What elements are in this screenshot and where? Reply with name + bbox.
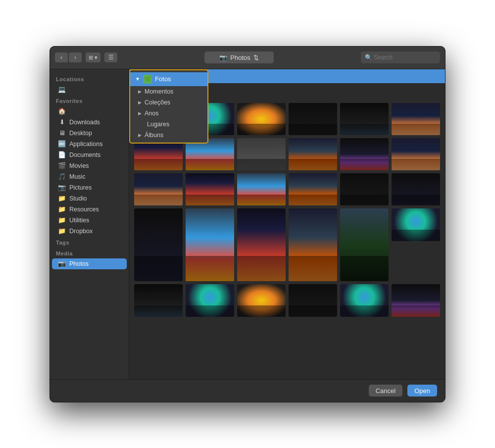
fotos-albuns-item[interactable]: ▶ Álbuns [130, 130, 207, 141]
sidebar-item-downloads[interactable]: ⬇ Downloads [52, 117, 127, 128]
movies-label: Movies [69, 162, 89, 169]
photo-thumb[interactable] [392, 284, 440, 316]
applications-icon: 🔤 [58, 140, 66, 148]
sidebar-item-documents[interactable]: 📄 Documents [52, 149, 127, 160]
fotos-header-item[interactable]: ▼ 🌿 Fotos [130, 72, 207, 86]
view-grid-button[interactable]: ⊞ ▾ [86, 52, 100, 62]
location-label: Photos [230, 54, 250, 61]
sidebar-item-home[interactable]: 🏠 [52, 106, 127, 117]
sidebar-item-applications[interactable]: 🔤 Applications [52, 139, 127, 149]
dialog-window: ‹ › ⊞ ▾ ☰ 📷 Photos ⇅ 🔍 Locations 💻 [50, 46, 446, 402]
photo-thumb[interactable] [237, 173, 286, 205]
forward-button[interactable]: › [69, 52, 82, 62]
photo-thumb[interactable] [392, 173, 440, 205]
photo-thumb[interactable] [237, 284, 286, 316]
photo-thumb[interactable] [237, 103, 286, 135]
sidebar-item-photos[interactable]: 📷 Photos [52, 258, 127, 269]
photo-thumb[interactable] [289, 208, 337, 281]
colecoes-arrow-icon: ▶ [138, 100, 142, 105]
resources-label: Resources [69, 206, 99, 213]
fotos-anos-item[interactable]: ▶ Anos [130, 108, 207, 119]
sidebar-item-resources[interactable]: 📁 Resources [52, 204, 127, 215]
photos-sidebar-icon: 📷 [58, 260, 66, 268]
main-area: Locations 💻 Favorites 🏠 ⬇ Downloads 🖥 De… [50, 69, 445, 379]
photo-thumb[interactable] [134, 284, 183, 316]
photo-thumb[interactable] [340, 208, 389, 281]
sidebar-item-movies[interactable]: 🎬 Movies [52, 160, 127, 171]
open-button[interactable]: Open [407, 385, 437, 397]
applications-label: Applications [69, 141, 102, 148]
photo-thumb[interactable] [289, 284, 337, 316]
photo-thumb[interactable] [289, 138, 337, 170]
fotos-colecoes-item[interactable]: ▶ Coleções [130, 97, 207, 108]
media-section-label: Media [50, 248, 129, 258]
photo-thumb[interactable] [392, 138, 440, 170]
photos-sidebar-label: Photos [69, 260, 89, 267]
photo-thumb[interactable] [237, 208, 286, 281]
documents-label: Documents [69, 151, 100, 158]
home-icon: 🏠 [58, 107, 66, 115]
list-icon: ☰ [108, 54, 114, 61]
dropbox-label: Dropbox [69, 228, 93, 235]
studio-label: Studio [69, 195, 87, 202]
photo-thumb[interactable] [340, 173, 389, 205]
documents-icon: 📄 [58, 151, 66, 159]
downloads-label: Downloads [69, 119, 100, 126]
photo-thumb[interactable] [134, 208, 183, 281]
pictures-icon: 📷 [58, 184, 66, 192]
toolbar: ‹ › ⊞ ▾ ☰ 📷 Photos ⇅ 🔍 [50, 47, 445, 69]
tags-section-label: Tags [50, 237, 129, 248]
resources-icon: 📁 [58, 205, 66, 213]
anos-label: Anos [145, 110, 159, 117]
photo-thumb[interactable] [392, 208, 440, 241]
locations-section-label: Locations [50, 73, 129, 84]
bottom-bar: Cancel Open [50, 379, 445, 402]
fotos-momentos-item[interactable]: ▶ Momentos [130, 86, 207, 97]
sidebar-item-music[interactable]: 🎵 Music [52, 171, 127, 182]
lugares-label: Lugares [147, 121, 169, 128]
photo-thumb[interactable] [186, 284, 234, 316]
view-list-button[interactable]: ☰ [104, 52, 117, 62]
photo-thumb[interactable] [340, 284, 389, 316]
search-input[interactable] [361, 51, 440, 63]
utilities-label: Utilities [69, 217, 89, 224]
sidebar-item-desktop[interactable]: 🖥 Desktop [52, 128, 127, 139]
favorites-section-label: Favorites [50, 95, 129, 106]
sidebar-item-utilities[interactable]: 📁 Utilities [52, 215, 127, 226]
desktop-icon: 🖥 [58, 129, 66, 137]
momentos-label: Momentos [145, 88, 173, 95]
photo-thumb[interactable] [186, 208, 234, 281]
photo-thumb[interactable] [134, 173, 183, 205]
albuns-label: Álbuns [145, 132, 163, 139]
sidebar: Locations 💻 Favorites 🏠 ⬇ Downloads 🖥 De… [50, 69, 129, 379]
studio-icon: 📁 [58, 195, 66, 202]
momentos-arrow-icon: ▶ [138, 89, 142, 94]
fotos-lugares-item[interactable]: Lugares [130, 119, 207, 130]
chevron-down-icon: ▾ [95, 54, 98, 61]
photo-thumb[interactable] [289, 103, 337, 135]
sidebar-item-computer[interactable]: 💻 [52, 84, 127, 95]
location-dropdown[interactable]: 📷 Photos ⇅ [204, 51, 274, 63]
desktop-label: Desktop [69, 130, 92, 137]
photo-thumb[interactable] [289, 173, 337, 205]
back-button[interactable]: ‹ [55, 52, 68, 62]
downloads-icon: ⬇ [58, 118, 66, 126]
computer-icon: 💻 [58, 86, 66, 94]
sidebar-item-studio[interactable]: 📁 Studio [52, 193, 127, 204]
anos-arrow-icon: ▶ [138, 111, 142, 116]
content-area: ▼ 🌿 Fotos ▶ Momentos ▶ Coleções ▶ Ano [129, 69, 445, 379]
cancel-button[interactable]: Cancel [369, 385, 402, 397]
photo-thumb[interactable] [186, 173, 234, 205]
photo-thumb[interactable] [237, 138, 286, 170]
fotos-expand-icon: ▼ [135, 76, 140, 82]
grid-icon: ⊞ [89, 54, 93, 61]
utilities-icon: 📁 [58, 216, 66, 224]
colecoes-label: Coleções [145, 99, 170, 106]
photo-thumb[interactable] [392, 103, 440, 135]
search-wrapper: 🔍 [361, 51, 440, 63]
albuns-arrow-icon: ▶ [138, 133, 142, 138]
sidebar-item-pictures[interactable]: 📷 Pictures [52, 182, 127, 193]
photo-thumb[interactable] [340, 103, 389, 135]
sidebar-item-dropbox[interactable]: 📁 Dropbox [52, 226, 127, 237]
photo-thumb[interactable] [340, 138, 389, 170]
